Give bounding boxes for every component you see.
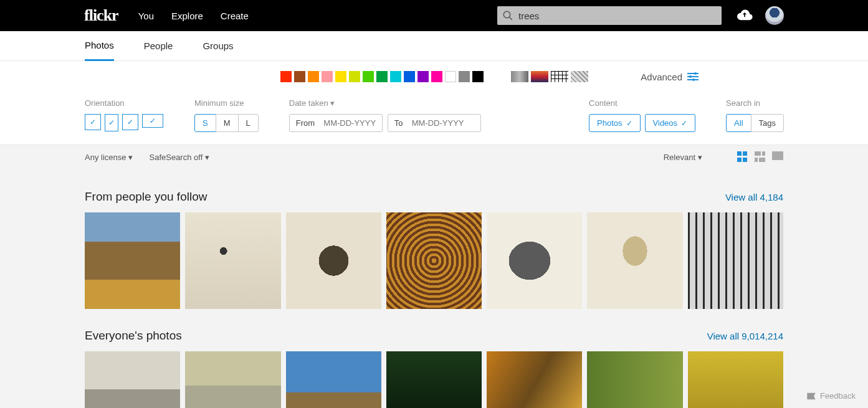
color-swatch[interactable] [472, 71, 484, 82]
section-follow-title: From people you follow [85, 190, 207, 204]
tab-groups[interactable]: Groups [203, 31, 233, 61]
nav-create[interactable]: Create [221, 11, 249, 21]
avatar[interactable] [765, 6, 784, 25]
color-swatch[interactable] [363, 71, 374, 82]
section-follow-link[interactable]: View all 4,184 [725, 192, 783, 202]
safesearch-dropdown[interactable]: SafeSearch off ▾ [149, 153, 209, 162]
search-icon [502, 10, 513, 23]
pattern-gray[interactable] [511, 71, 528, 82]
searchin-all[interactable]: All [726, 114, 751, 132]
thumbnail[interactable] [487, 351, 582, 408]
minsize-l[interactable]: L [238, 114, 259, 132]
view-justified-icon[interactable] [755, 151, 766, 163]
view-large-icon[interactable] [772, 151, 783, 163]
date-from[interactable]: From [289, 114, 383, 132]
searchin-tags[interactable]: Tags [751, 114, 784, 132]
secondary-tabs: Photos People Groups [0, 31, 868, 61]
content-label: Content [589, 98, 695, 108]
date-from-input[interactable] [320, 118, 376, 128]
content-photos[interactable]: Photos [589, 114, 640, 132]
thumbnail[interactable] [185, 351, 280, 408]
search-box [497, 6, 722, 25]
orientation-landscape[interactable] [142, 114, 163, 128]
color-swatch[interactable] [445, 71, 456, 82]
section-everyone-title: Everyone's photos [85, 329, 182, 343]
color-swatch[interactable] [308, 71, 319, 82]
svg-point-7 [692, 78, 695, 81]
minsize-label: Minimum size [194, 98, 258, 108]
minsize-m[interactable]: M [216, 114, 239, 132]
topbar: flickr You Explore Create [0, 0, 868, 31]
everyone-thumbrow [85, 351, 783, 408]
minsize-s[interactable]: S [194, 114, 216, 132]
thumbnail[interactable] [487, 212, 582, 309]
thumbnail[interactable] [185, 212, 280, 309]
sort-dropdown[interactable]: Relevant ▾ [664, 153, 702, 162]
nav-you[interactable]: You [138, 11, 154, 21]
search-input[interactable] [497, 6, 722, 25]
svg-point-6 [689, 75, 692, 78]
thumbnail[interactable] [386, 212, 482, 309]
nav-explore[interactable]: Explore [171, 11, 203, 21]
color-swatch[interactable] [390, 71, 401, 82]
thumbnail[interactable] [85, 351, 180, 408]
date-group: Date taken ▾ From To [289, 98, 481, 132]
advanced-toggle[interactable]: Advanced [641, 72, 699, 82]
svg-point-5 [694, 72, 697, 75]
orientation-label: Orientation [85, 98, 163, 108]
filter-panel: Advanced Orientation Minimum size S M L … [0, 61, 868, 145]
results-area: From people you follow View all 4,184 Ev… [0, 163, 868, 408]
thumbnail[interactable] [85, 212, 180, 309]
pattern-diag[interactable] [571, 71, 588, 82]
content-group: Content Photos Videos [589, 98, 695, 132]
searchin-label: Search in [726, 98, 783, 108]
license-dropdown[interactable]: Any license ▾ [85, 153, 133, 162]
color-swatch[interactable] [335, 71, 346, 82]
color-swatch[interactable] [376, 71, 388, 82]
thumbnail[interactable] [286, 212, 381, 309]
orientation-square[interactable] [85, 114, 101, 130]
color-filter-row: Advanced [85, 71, 783, 82]
orientation-any[interactable] [122, 114, 138, 130]
feedback-button[interactable]: Feedback [806, 391, 856, 401]
color-swatch[interactable] [349, 71, 360, 82]
thumbnail[interactable] [587, 351, 682, 408]
color-swatch[interactable] [280, 71, 292, 82]
minsize-group: Minimum size S M L [194, 98, 258, 132]
view-grid-icon[interactable] [737, 151, 748, 163]
color-swatch[interactable] [294, 71, 305, 82]
thumbnail[interactable] [386, 351, 482, 408]
pattern-grid[interactable] [551, 71, 568, 82]
top-nav: You Explore Create [138, 11, 249, 21]
pattern-sunset[interactable] [531, 71, 548, 82]
orientation-portrait[interactable] [105, 114, 118, 131]
color-swatch[interactable] [459, 71, 470, 82]
advanced-label: Advanced [641, 72, 682, 82]
content-videos[interactable]: Videos [645, 114, 696, 132]
orientation-group: Orientation [85, 98, 163, 131]
tab-photos[interactable]: Photos [85, 31, 114, 61]
svg-point-0 [503, 11, 510, 18]
tab-people[interactable]: People [144, 31, 173, 61]
logo[interactable]: flickr [84, 6, 118, 25]
color-swatch[interactable] [322, 71, 333, 82]
date-label: Date taken ▾ [289, 98, 481, 108]
thumbnail[interactable] [688, 212, 783, 309]
section-everyone-link[interactable]: View all 9,014,214 [707, 331, 783, 341]
thumbnail[interactable] [688, 351, 783, 408]
upload-icon[interactable] [737, 9, 753, 23]
color-swatch[interactable] [404, 71, 415, 82]
thumbnail[interactable] [286, 351, 381, 408]
thumbnail[interactable] [587, 212, 682, 309]
searchin-group: Search in All Tags [726, 98, 783, 132]
date-to-input[interactable] [408, 118, 464, 128]
follow-thumbrow [85, 212, 783, 309]
subfilter-bar: Any license ▾ SafeSearch off ▾ Relevant … [0, 145, 868, 163]
color-swatch[interactable] [431, 71, 442, 82]
svg-line-1 [509, 17, 512, 20]
color-swatch[interactable] [417, 71, 429, 82]
pattern-swatches [511, 71, 588, 82]
date-to[interactable]: To [388, 114, 481, 132]
